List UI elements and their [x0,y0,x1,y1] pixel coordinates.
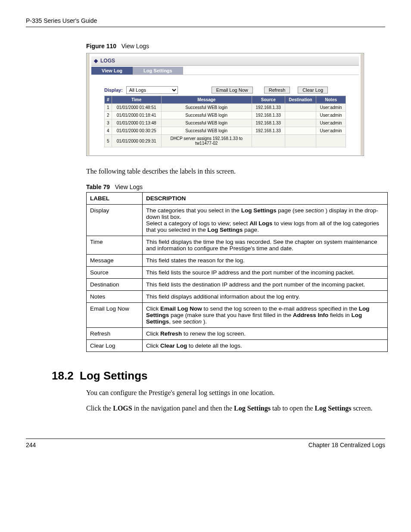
label-cell: Notes [87,291,143,303]
section-heading: 18.2 Log Settings [52,369,385,383]
section-para-1: You can configure the Prestige's general… [86,389,381,397]
table-row: 301/01/2000 01:13:48Successful WEB login… [105,119,346,127]
log-controls-row: Display: All Logs Email Log Now Refresh … [104,86,359,94]
display-select[interactable]: All Logs [126,86,178,94]
description-cell: This field displays additional informati… [143,291,388,303]
table-row: Clear LogClick Clear Log to delete all t… [87,340,388,352]
table-cell: Successful WEB login [161,119,252,127]
figure-title: View Logs [121,43,149,50]
table-cell: 192.168.1.33 [252,104,285,112]
table-cell: 01/01/2000 01:48:51 [112,104,161,112]
figure-caption: Figure 110 View Logs [86,43,385,50]
label-cell: Destination [87,279,143,291]
table-row: DisplayThe categories that you select in… [87,205,388,236]
diamond-icon: ◆ [94,58,98,64]
description-table: LABEL DESCRIPTION DisplayThe categories … [86,192,388,352]
table-row: DestinationThis field lists the destinat… [87,279,388,291]
log-table: # Time Message Source Destination Notes … [104,96,346,147]
table-label: Table 79 [86,184,110,190]
section-para-2: Click the LOGS in the navigation panel a… [86,404,381,413]
table-cell [285,135,316,147]
screenshot-container: ◆ LOGS View Log Log Settings Display: Al… [86,53,364,156]
table-row: RefreshClick Refresh to renew the log sc… [87,328,388,340]
running-head: P-335 Series User's Guide [26,17,385,27]
col-message: Message [161,96,252,104]
col-notes: Notes [316,96,346,104]
table-cell: User:admin [316,104,346,112]
table-cell [252,135,285,147]
col-source: Source [252,96,285,104]
refresh-button[interactable]: Refresh [264,87,290,93]
table-cell: 4 [105,127,112,135]
table-caption: Table 79 View Logs [86,184,385,190]
tab-view-log[interactable]: View Log [91,67,133,75]
table-row: NotesThis field displays additional info… [87,291,388,303]
label-cell: Source [87,267,143,279]
table-cell: Successful WEB login [161,104,252,112]
col-num: # [105,96,112,104]
clear-log-button[interactable]: Clear Log [298,87,328,93]
label-cell: Time [87,236,143,255]
table-cell: User:admin [316,127,346,135]
chapter-label: Chapter 18 Centralized Logs [308,442,385,448]
table-cell: 192.168.1.33 [252,119,285,127]
label-cell: Display [87,205,143,236]
email-log-now-button[interactable]: Email Log Now [212,87,253,93]
table-cell: 01/01/2000 00:29:31 [112,135,161,147]
label-cell: Message [87,255,143,267]
table-cell: 3 [105,119,112,127]
description-cell: Click Refresh to renew the log screen. [143,328,388,340]
figure-followup-paragraph: The following table describes the labels… [86,167,381,176]
table-cell: Successful WEB login [161,112,252,119]
description-cell: The categories that you select in the Lo… [143,205,388,236]
table-cell: 01/01/2000 01:13:48 [112,119,161,127]
table-row: SourceThis field lists the source IP add… [87,267,388,279]
table-cell: 01/01/2000 01:18:41 [112,112,161,119]
table-cell: 5 [105,135,112,147]
tab-bar: View Log Log Settings [91,67,359,75]
table-row: MessageThis field states the reason for … [87,255,388,267]
table-cell: 1 [105,104,112,112]
table-cell: 2 [105,112,112,119]
table-cell: 192.168.1.33 [252,127,285,135]
table-row: TimeThis field displays the time the log… [87,236,388,255]
table-row: Email Log NowClick Email Log Now to send… [87,303,388,328]
tab-log-settings[interactable]: Log Settings [133,67,183,75]
section-number: 18.2 [52,369,74,382]
table-cell [285,112,316,119]
section-title: Log Settings [80,369,147,382]
table-cell: DHCP server assigns 192.168.1.33 to tw11… [161,135,252,147]
description-cell: Click Clear Log to delete all the logs. [143,340,388,352]
description-cell: This field states the reason for the log… [143,255,388,267]
table-cell [285,127,316,135]
figure-label: Figure 110 [86,43,116,50]
table-cell: Successful WEB login [161,127,252,135]
table-cell [285,104,316,112]
table-cell [285,119,316,127]
table-cell: 192.168.1.33 [252,112,285,119]
table-cell [316,135,346,147]
log-table-header-row: # Time Message Source Destination Notes [105,96,346,104]
table-row: 101/01/2000 01:48:51Successful WEB login… [105,104,346,112]
table-cell: User:admin [316,119,346,127]
description-cell: This field displays the time the log was… [143,236,388,255]
label-cell: Refresh [87,328,143,340]
description-cell: Click Email Log Now to send the log scre… [143,303,388,328]
col-destination: Destination [285,96,316,104]
page-footer: 244 Chapter 18 Centralized Logs [26,439,385,448]
table-title: View Logs [115,184,143,190]
desc-header-description: DESCRIPTION [143,193,388,205]
table-cell: User:admin [316,112,346,119]
page-number: 244 [26,442,36,448]
desc-header-label: LABEL [87,193,143,205]
table-row: 501/01/2000 00:29:31DHCP server assigns … [105,135,346,147]
label-cell: Clear Log [87,340,143,352]
logs-panel-title: LOGS [100,58,115,64]
table-row: 401/01/2000 00:30:25Successful WEB login… [105,127,346,135]
description-cell: This field lists the source IP address a… [143,267,388,279]
description-cell: This field lists the destination IP addr… [143,279,388,291]
table-row: 201/01/2000 01:18:41Successful WEB login… [105,112,346,119]
col-time: Time [112,96,161,104]
display-label: Display: [104,87,123,93]
logs-panel-header: ◆ LOGS [91,56,359,66]
